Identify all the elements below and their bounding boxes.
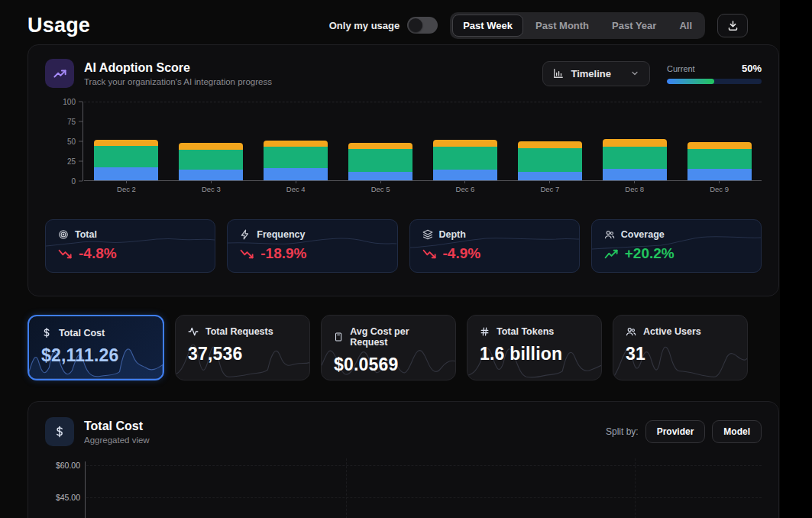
- segment-amber: [264, 141, 328, 147]
- metric-card-frequency[interactable]: Frequency -18.9%: [227, 219, 397, 273]
- tab-all[interactable]: All: [668, 15, 703, 37]
- y-tick-label: 0: [71, 177, 82, 186]
- only-my-usage-toggle-group: Only my usage: [329, 17, 438, 34]
- y-tick-label: $45.00: [40, 493, 80, 502]
- y-tick-label: 100: [63, 98, 82, 106]
- segment-amber: [518, 141, 582, 148]
- cost-panel-subtitle: Aggregated view: [84, 435, 150, 445]
- layers-icon: [422, 229, 433, 240]
- stat-value: 31: [626, 344, 735, 364]
- x-tick-label: Dec 3: [202, 185, 221, 193]
- switch-knob: [409, 18, 422, 32]
- trending-down-icon: [422, 248, 437, 260]
- stat-label: Total Cost: [59, 328, 105, 338]
- x-tick-label: Dec 2: [117, 185, 136, 193]
- segment-green: [264, 147, 328, 168]
- metric-value: -18.9%: [260, 245, 306, 262]
- current-value: 50%: [742, 63, 762, 74]
- y-tick-label: 25: [67, 157, 82, 166]
- segment-amber: [687, 142, 752, 149]
- adoption-y-axis: 0255075100: [45, 102, 83, 181]
- calculator-icon: [334, 332, 343, 342]
- bar-dec-7[interactable]: Dec 7: [507, 102, 592, 180]
- segment-amber: [433, 140, 497, 147]
- bar-dec-2[interactable]: Dec 2: [84, 102, 169, 180]
- x-tick-label: Dec 4: [286, 185, 306, 193]
- stat-card-avg-cost[interactable]: Avg Cost per Request $0.0569: [321, 315, 456, 380]
- stat-value: 1.6 billion: [480, 344, 589, 364]
- bar-dec-3[interactable]: Dec 3: [169, 102, 254, 180]
- users-icon: [626, 326, 636, 337]
- metric-card-depth[interactable]: Depth -4.9%: [409, 219, 580, 273]
- bar-dec-8[interactable]: Dec 8: [592, 102, 677, 180]
- segment-green: [94, 146, 158, 167]
- segment-amber: [94, 140, 158, 146]
- ai-adoption-score-card: AI Adoption Score Track your organizatio…: [27, 44, 779, 296]
- segment-blue: [687, 169, 752, 180]
- x-tick-label: Dec 9: [710, 185, 729, 193]
- total-cost-card: Total Cost Aggregated view Split by: Pro…: [27, 401, 779, 518]
- dollar-icon: [45, 417, 74, 446]
- stat-label: Active Users: [643, 326, 701, 337]
- metric-label: Depth: [439, 229, 466, 240]
- metric-card-total[interactable]: Total -4.8%: [45, 219, 215, 273]
- stat-card-active-users[interactable]: Active Users 31: [613, 315, 748, 380]
- chevron-down-icon: [630, 69, 639, 78]
- bar-chart-icon: [553, 68, 564, 79]
- bar-dec-6[interactable]: Dec 6: [423, 102, 508, 180]
- stat-card-total-tokens[interactable]: Total Tokens 1.6 billion: [467, 315, 602, 380]
- segment-green: [603, 147, 667, 169]
- metric-value: -4.8%: [79, 245, 117, 262]
- cost-spikes: [86, 458, 775, 518]
- stats-row: Total Cost $2,111.26 Total Requests 37,5…: [27, 315, 748, 380]
- tab-past-year[interactable]: Past Year: [601, 15, 667, 37]
- metric-label: Total: [75, 229, 97, 240]
- stat-label: Avg Cost per Request: [350, 326, 443, 348]
- segment-blue: [433, 170, 497, 180]
- segment-green: [433, 147, 497, 170]
- split-model-button[interactable]: Model: [712, 420, 762, 443]
- segment-amber: [348, 143, 412, 149]
- top-bar: Usage Only my usage Past Week Past Month…: [0, 0, 780, 44]
- current-label: Current: [667, 64, 695, 73]
- top-bar-controls: Only my usage Past Week Past Month Past …: [329, 12, 748, 39]
- metric-card-coverage[interactable]: Coverage +20.2%: [591, 219, 762, 273]
- stat-card-total-cost[interactable]: Total Cost $2,111.26: [27, 315, 164, 380]
- bar-dec-9[interactable]: Dec 9: [677, 102, 762, 180]
- stat-label: Total Requests: [205, 326, 273, 337]
- trending-up-icon: [604, 248, 619, 260]
- stat-value: $2,111.26: [41, 345, 150, 366]
- segment-green: [687, 149, 752, 169]
- split-provider-button[interactable]: Provider: [645, 420, 706, 443]
- trending-down-icon: [58, 248, 73, 260]
- segment-blue: [348, 172, 412, 180]
- tab-past-week[interactable]: Past Week: [452, 15, 523, 37]
- cost-line-chart: $60.00 $45.00: [40, 458, 762, 518]
- time-range-segmented-control: Past Week Past Month Past Year All: [450, 12, 705, 39]
- stat-value: 37,536: [188, 344, 297, 364]
- timeline-select[interactable]: Timeline: [542, 61, 650, 86]
- y-tick-label: 75: [67, 118, 82, 126]
- segment-blue: [264, 168, 328, 180]
- current-progress-track: [667, 79, 762, 84]
- split-by-label: Split by:: [606, 426, 639, 437]
- adoption-metric-row: Total -4.8% Frequency -18.9%: [45, 219, 762, 273]
- x-tick-label: Dec 6: [456, 185, 475, 193]
- tab-past-month[interactable]: Past Month: [525, 15, 600, 37]
- bar-dec-5[interactable]: Dec 5: [338, 102, 423, 180]
- only-my-usage-switch[interactable]: [407, 17, 438, 34]
- stat-card-total-requests[interactable]: Total Requests 37,536: [175, 315, 310, 380]
- usage-dashboard: Usage Only my usage Past Week Past Month…: [0, 0, 780, 518]
- bar-dec-4[interactable]: Dec 4: [254, 102, 338, 180]
- download-button[interactable]: [717, 14, 748, 37]
- timeline-select-value: Timeline: [571, 68, 611, 79]
- segment-amber: [179, 143, 243, 150]
- x-tick-label: Dec 7: [540, 185, 559, 193]
- hash-icon: [480, 326, 490, 337]
- segment-blue: [518, 172, 582, 180]
- zap-icon: [240, 229, 251, 240]
- metric-label: Frequency: [257, 229, 305, 240]
- segment-blue: [179, 170, 243, 180]
- trending-down-icon: [240, 248, 254, 260]
- segment-green: [518, 148, 582, 171]
